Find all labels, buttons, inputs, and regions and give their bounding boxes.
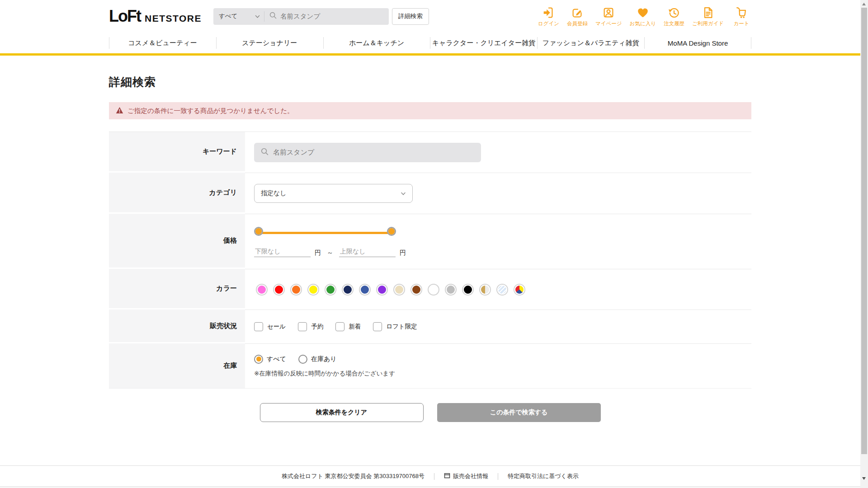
checkbox-label: ロフト限定	[386, 323, 417, 331]
vertical-scrollbar[interactable]	[860, 0, 868, 488]
warning-icon	[116, 107, 123, 115]
sales-status-checkbox[interactable]: セール	[254, 322, 286, 331]
footer-company-text: 株式会社ロフト 東京都公安委員会 第303319700768号	[282, 472, 425, 480]
checkbox-label: セール	[267, 323, 286, 331]
price-max-input[interactable]	[339, 246, 396, 257]
main-nav: コスメ＆ビューティーステーショナリーホーム＆キッチンキャラクター・クリエイター雑…	[0, 33, 860, 56]
nav-item[interactable]: ファッション＆バラエティ雑貨	[537, 33, 644, 53]
checkbox-icon	[335, 322, 344, 331]
radio-label: すべて	[267, 355, 286, 363]
register-icon	[571, 5, 584, 20]
radio-icon	[254, 355, 263, 364]
header-search-box: すべて	[213, 8, 389, 25]
logo-loft-text: LoFt	[109, 8, 141, 24]
color-swatch-gray[interactable]	[446, 285, 456, 295]
price-unit-label: 円	[400, 249, 406, 257]
quick-link-register[interactable]: 会員登録	[567, 5, 588, 27]
color-swatch-beige[interactable]	[394, 285, 404, 295]
search-icon	[260, 147, 269, 158]
price-min-input[interactable]	[254, 246, 311, 257]
site-footer: 株式会社ロフト 東京都公安委員会 第303319700768号 販売会社情報 特…	[0, 465, 860, 487]
header-quick-links: ログイン 会員登録 マイページ お気に入り 注文履歴 ご利用ガイド カート	[538, 5, 751, 27]
sales-status-checkbox[interactable]: 新着	[335, 322, 361, 331]
color-swatch-brown[interactable]	[411, 285, 421, 295]
color-swatch-clear[interactable]	[497, 285, 507, 295]
color-swatch-green[interactable]	[326, 285, 335, 295]
nav-item[interactable]: ステーショナリー	[216, 33, 323, 53]
checkbox-icon	[373, 322, 382, 331]
header-search-input[interactable]	[280, 13, 384, 20]
sales-status-label: 販売状況	[109, 310, 245, 343]
stock-options: すべて 在庫あり	[254, 355, 751, 364]
clear-conditions-button[interactable]: 検索条件をクリア	[260, 403, 424, 422]
error-message: ご指定の条件に一致する商品が見つかりませんでした。	[109, 102, 751, 119]
sales-status-options: セール 予約 新着 ロフト限定	[254, 322, 751, 331]
sales-status-checkbox[interactable]: ロフト限定	[373, 322, 417, 331]
color-swatch-purple[interactable]	[377, 285, 387, 295]
scroll-down-arrow[interactable]	[862, 477, 866, 480]
checkbox-label: 新着	[349, 323, 361, 331]
quick-link-label: マイページ	[595, 20, 622, 27]
quick-link-login[interactable]: ログイン	[538, 5, 559, 27]
footer-link-company-info[interactable]: 販売会社情報	[444, 472, 488, 480]
color-swatch-gold-silver[interactable]	[480, 285, 490, 295]
color-swatch-white[interactable]	[429, 285, 439, 295]
keyword-label: キーワード	[109, 132, 245, 173]
search-category-select[interactable]: すべて	[213, 8, 264, 25]
color-swatch-red[interactable]	[274, 285, 284, 295]
nav-item[interactable]: コスメ＆ビューティー	[109, 33, 216, 53]
scrollbar-thumb[interactable]	[861, 8, 867, 454]
advanced-search-form: キーワード カテゴリ 指定なし	[109, 131, 751, 389]
form-row-price: 価格 円 ～ 円	[109, 214, 751, 269]
search-with-conditions-button[interactable]: この条件で検索する	[437, 403, 601, 422]
order-history-icon	[667, 5, 681, 20]
category-select-value: 指定なし	[261, 189, 287, 197]
quick-link-label: カート	[733, 20, 749, 27]
scroll-up-arrow[interactable]	[862, 3, 866, 5]
checkbox-icon	[254, 322, 263, 331]
color-swatch-yellow[interactable]	[308, 285, 318, 295]
color-swatch-orange[interactable]	[291, 285, 301, 295]
checkbox-icon	[298, 322, 307, 331]
price-unit-label: 円	[315, 249, 321, 257]
color-swatch-pink[interactable]	[257, 285, 267, 295]
quick-link-label: 会員登録	[567, 20, 588, 27]
quick-link-cart[interactable]: カート	[731, 5, 751, 27]
quick-link-guide[interactable]: ご利用ガイド	[692, 5, 724, 27]
logo[interactable]: LoFt NETSTORE	[109, 8, 202, 24]
quick-link-favorites[interactable]: お気に入り	[630, 5, 656, 27]
color-swatch-navy[interactable]	[343, 285, 353, 295]
quick-link-label: ログイン	[538, 20, 559, 27]
quick-link-mypage[interactable]: マイページ	[595, 5, 622, 27]
color-swatch-blue[interactable]	[360, 285, 370, 295]
slider-track	[258, 232, 392, 234]
stock-radio[interactable]: すべて	[254, 355, 286, 364]
quick-link-order-history[interactable]: 注文履歴	[664, 5, 684, 27]
stock-radio[interactable]: 在庫あり	[298, 355, 337, 364]
nav-item[interactable]: MoMA Design Store	[644, 33, 751, 53]
stock-note: ※在庫情報の反映に時間がかかる場合がございます	[254, 370, 751, 378]
detail-search-button[interactable]: 詳細検索	[392, 8, 429, 25]
footer-divider	[498, 473, 498, 480]
sales-status-checkbox[interactable]: 予約	[298, 322, 323, 331]
slider-handle-min[interactable]	[254, 227, 263, 236]
color-swatch-black[interactable]	[463, 285, 473, 295]
mypage-icon	[602, 5, 615, 20]
color-label: カラー	[109, 269, 245, 310]
header-search: すべて 詳細検索	[213, 8, 429, 25]
color-swatch-multicolor[interactable]	[514, 285, 524, 295]
login-icon	[542, 5, 555, 20]
nav-item[interactable]: ホーム＆キッチン	[323, 33, 430, 53]
category-select[interactable]: 指定なし	[254, 184, 413, 203]
page-title: 詳細検索	[109, 75, 751, 89]
form-row-stock: 在庫 すべて 在庫あり ※在庫情報の反映に時間がかかる場合がございます	[109, 343, 751, 388]
quick-link-label: お気に入り	[630, 20, 656, 27]
stock-label: 在庫	[109, 343, 245, 388]
keyword-input[interactable]	[273, 149, 475, 156]
nav-item[interactable]: キャラクター・クリエイター雑貨	[430, 33, 537, 53]
logo-netstore-text: NETSTORE	[145, 13, 202, 24]
footer-link-tokushoho[interactable]: 特定商取引法に基づく表示	[508, 472, 579, 480]
main-content: 詳細検索 ご指定の条件に一致する商品が見つかりませんでした。 キーワード	[109, 75, 751, 422]
price-range-slider	[255, 227, 395, 239]
slider-handle-max[interactable]	[387, 227, 396, 236]
